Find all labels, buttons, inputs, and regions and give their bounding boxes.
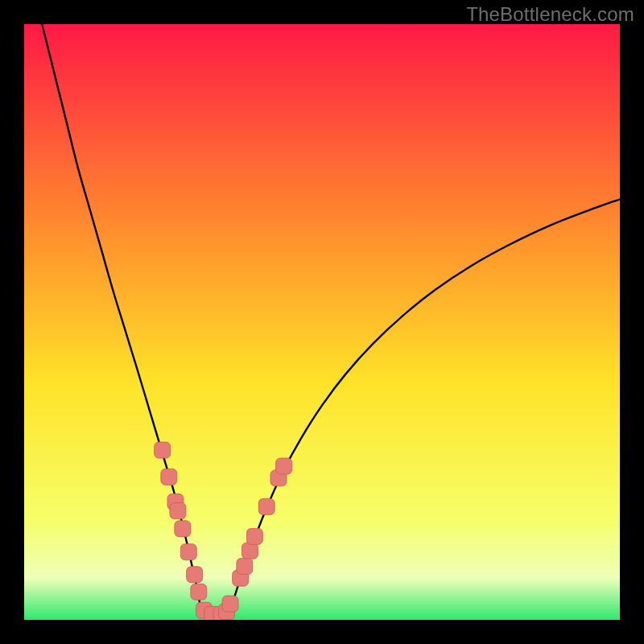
data-marker bbox=[175, 521, 191, 537]
data-marker bbox=[258, 498, 275, 514]
data-marker bbox=[155, 442, 171, 458]
gradient-background bbox=[24, 24, 620, 620]
chart-frame: TheBottleneck.com bbox=[0, 0, 644, 644]
data-marker bbox=[237, 558, 253, 574]
data-marker bbox=[246, 528, 262, 544]
data-marker bbox=[187, 567, 203, 583]
data-marker bbox=[276, 458, 292, 474]
data-marker bbox=[180, 544, 196, 560]
data-marker bbox=[170, 503, 186, 519]
data-marker bbox=[191, 584, 207, 600]
chart-plot-area bbox=[24, 24, 620, 620]
data-marker bbox=[222, 596, 238, 612]
chart-svg bbox=[24, 24, 620, 620]
data-marker bbox=[161, 469, 177, 485]
watermark-text: TheBottleneck.com bbox=[466, 3, 634, 26]
data-marker bbox=[242, 543, 258, 559]
